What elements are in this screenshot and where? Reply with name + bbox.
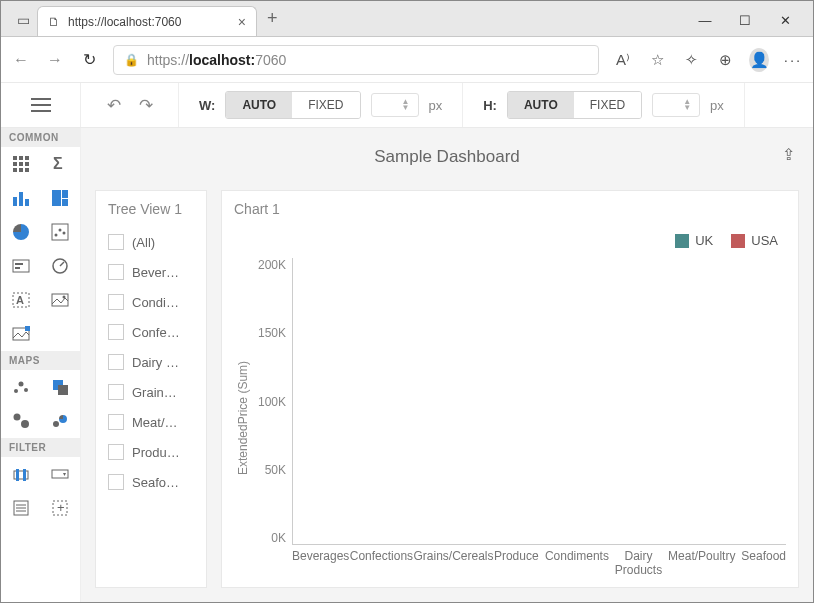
item-range[interactable] — [1, 457, 41, 491]
height-auto-button[interactable]: AUTO — [508, 92, 574, 118]
item-image[interactable] — [41, 283, 81, 317]
legend-uk: UK — [675, 233, 713, 248]
item-listbox[interactable] — [1, 491, 41, 525]
tree-item-label: Confe… — [132, 325, 180, 340]
more-menu-icon[interactable]: ··· — [783, 51, 803, 68]
svg-point-38 — [53, 421, 59, 427]
svg-point-32 — [18, 382, 23, 387]
checkbox[interactable] — [108, 384, 124, 400]
item-bound-image[interactable] — [1, 317, 41, 351]
checkbox[interactable] — [108, 324, 124, 340]
svg-point-33 — [24, 388, 28, 392]
tree-item[interactable]: Produ… — [108, 437, 194, 467]
svg-rect-12 — [25, 199, 29, 206]
checkbox[interactable] — [108, 234, 124, 250]
svg-rect-42 — [52, 470, 68, 478]
tab-actions-icon[interactable]: ▭ — [9, 12, 37, 36]
tree-item[interactable]: Meat/… — [108, 407, 194, 437]
checkbox[interactable] — [108, 414, 124, 430]
menu-button[interactable] — [1, 83, 81, 127]
forward-button[interactable]: → — [45, 51, 65, 69]
collections-icon[interactable]: ⊕ — [715, 51, 735, 69]
svg-text:Σ: Σ — [53, 155, 63, 172]
width-fixed-button[interactable]: FIXED — [292, 92, 359, 118]
item-pivot[interactable]: Σ — [41, 147, 81, 181]
checkbox[interactable] — [108, 354, 124, 370]
checkbox[interactable] — [108, 444, 124, 460]
svg-point-17 — [55, 234, 58, 237]
favorites-icon[interactable]: ☆ — [647, 51, 667, 69]
refresh-button[interactable]: ↻ — [79, 50, 99, 69]
checkbox[interactable] — [108, 294, 124, 310]
y-axis-ticks: 200K150K100K50K0K — [252, 258, 292, 545]
item-pie[interactable] — [1, 215, 41, 249]
item-geopoint[interactable] — [1, 370, 41, 404]
minimize-button[interactable]: — — [695, 13, 715, 28]
tree-item[interactable]: Grain… — [108, 377, 194, 407]
item-chart[interactable] — [1, 181, 41, 215]
tree-item[interactable]: Confe… — [108, 317, 194, 347]
svg-rect-13 — [52, 190, 61, 206]
tree-item[interactable]: Dairy … — [108, 347, 194, 377]
width-auto-button[interactable]: AUTO — [226, 92, 292, 118]
svg-rect-2 — [25, 156, 29, 160]
tree-item[interactable]: (All) — [108, 227, 194, 257]
svg-rect-10 — [13, 197, 17, 206]
dashboard-title: Sample Dashboard — [374, 147, 520, 167]
width-input[interactable]: ▲▼ — [371, 93, 419, 117]
tree-item[interactable]: Bever… — [108, 257, 194, 287]
height-unit: px — [710, 98, 724, 113]
back-button[interactable]: ← — [11, 51, 31, 69]
svg-rect-1 — [19, 156, 23, 160]
svg-point-37 — [21, 420, 29, 428]
item-choropleth[interactable] — [41, 370, 81, 404]
height-fixed-button[interactable]: FIXED — [574, 92, 641, 118]
tree-item[interactable]: Seafo… — [108, 467, 194, 497]
checkbox[interactable] — [108, 264, 124, 280]
item-treeview[interactable]: + — [41, 491, 81, 525]
tree-item-label: Meat/… — [132, 415, 178, 430]
new-tab-button[interactable]: + — [257, 8, 288, 35]
svg-rect-27 — [52, 294, 68, 306]
item-gauge[interactable] — [41, 249, 81, 283]
item-treemap[interactable] — [41, 181, 81, 215]
item-scatter[interactable] — [41, 215, 81, 249]
svg-rect-4 — [19, 162, 23, 166]
favorites-bar-icon[interactable]: ✧ — [681, 51, 701, 69]
item-grid[interactable] — [1, 147, 41, 181]
undo-button[interactable]: ↶ — [107, 95, 121, 116]
checkbox[interactable] — [108, 474, 124, 490]
x-label: Seafood — [741, 545, 786, 577]
read-aloud-icon[interactable]: A⁾ — [613, 51, 633, 69]
svg-rect-8 — [25, 168, 29, 172]
height-mode-toggle[interactable]: AUTO FIXED — [507, 91, 642, 119]
url-input[interactable]: 🔒 https://localhost:7060 — [113, 45, 599, 75]
height-input[interactable]: ▲▼ — [652, 93, 700, 117]
tree-item-label: (All) — [132, 235, 155, 250]
chart-legend: UK USA — [234, 227, 786, 258]
maximize-button[interactable]: ☐ — [735, 13, 755, 28]
svg-rect-30 — [25, 326, 30, 331]
tree-title: Tree View 1 — [108, 201, 194, 217]
chart-panel[interactable]: Chart 1 UK USA ExtendedPrice (Sum) 200K1… — [221, 190, 799, 588]
close-window-button[interactable]: ✕ — [775, 13, 795, 28]
redo-button[interactable]: ↷ — [139, 95, 153, 116]
browser-tab[interactable]: 🗋 https://localhost:7060 × — [37, 6, 257, 36]
close-tab-icon[interactable]: × — [238, 14, 246, 30]
site-info-icon[interactable]: 🔒 — [124, 53, 139, 67]
profile-avatar[interactable]: 👤 — [749, 48, 769, 72]
item-pie-map[interactable] — [41, 404, 81, 438]
item-text[interactable]: A — [1, 283, 41, 317]
width-mode-toggle[interactable]: AUTO FIXED — [225, 91, 360, 119]
tree-item-label: Grain… — [132, 385, 177, 400]
item-card[interactable] — [1, 249, 41, 283]
svg-point-18 — [59, 229, 62, 232]
hamburger-icon — [31, 98, 51, 112]
window-titlebar: ▭ 🗋 https://localhost:7060 × + — ☐ ✕ — [1, 1, 813, 37]
tree-item[interactable]: Condi… — [108, 287, 194, 317]
item-bubble[interactable] — [1, 404, 41, 438]
section-maps: MAPS — [1, 351, 80, 370]
export-icon[interactable]: ⇪ — [782, 145, 795, 164]
item-combobox[interactable] — [41, 457, 81, 491]
tree-view-panel[interactable]: Tree View 1 (All)Bever…Condi…Confe…Dairy… — [95, 190, 207, 588]
